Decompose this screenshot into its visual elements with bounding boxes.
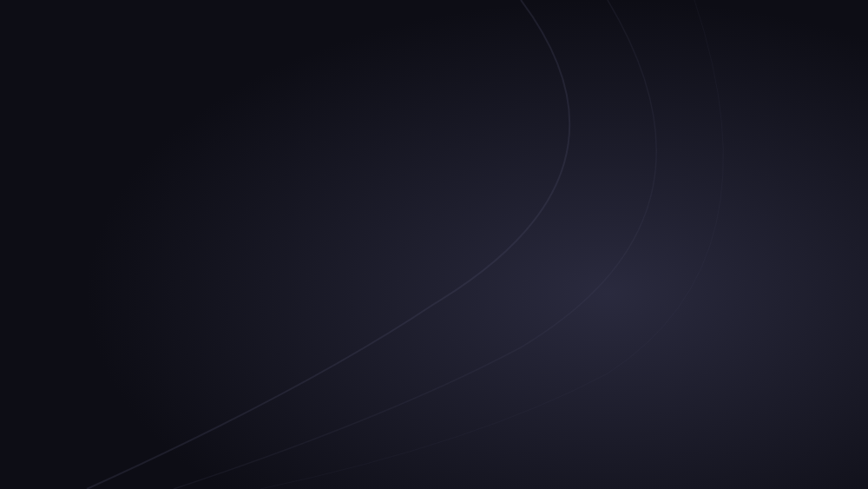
svg-text:N: N	[95, 224, 123, 267]
pppoe-icon	[566, 215, 621, 271]
mobdro-icon	[406, 82, 462, 137]
app-onlinetv[interactable]: OnlineTV	[201, 194, 348, 315]
settings-label: Settings	[732, 280, 776, 294]
netflix-icon: N	[87, 215, 142, 271]
update-label: Update	[95, 413, 134, 427]
youtube-label: YouTube	[250, 413, 298, 427]
update-icon	[87, 349, 142, 405]
svg-point-43	[594, 235, 604, 245]
app-pppoe[interactable]: PPPoE	[520, 194, 667, 315]
playstore-icon	[406, 215, 462, 271]
youtube-icon	[247, 349, 302, 405]
page-title: Applications	[0, 0, 868, 60]
onlinetv-label: OnlineTV	[249, 280, 299, 294]
onlinetv-icon	[247, 215, 302, 271]
app-update[interactable]: Update	[41, 327, 188, 449]
svg-point-19	[752, 89, 755, 92]
settings-icon	[726, 215, 781, 271]
pppoe-label: PPPoE	[574, 280, 613, 294]
app-netflix[interactable]: N Netflix	[41, 194, 188, 315]
mediacenter-label: Media Center	[238, 146, 311, 160]
mediacenter-icon	[247, 82, 302, 137]
app-music[interactable]: Music	[680, 60, 827, 182]
svg-point-52	[745, 248, 755, 259]
svg-point-50	[741, 228, 752, 238]
app-mobdro[interactable]: Mobdro	[360, 60, 508, 182]
gtplayer-icon	[87, 82, 142, 137]
app-gtplayer[interactable]: GTPlayer	[41, 60, 188, 182]
app-settings[interactable]: Settings	[680, 194, 827, 315]
svg-point-51	[755, 238, 766, 248]
svg-point-20	[771, 108, 774, 111]
app-movieplayer[interactable]: MoviePlayer	[520, 60, 667, 182]
movieplayer-icon	[566, 82, 621, 137]
app-youtube[interactable]: YouTube	[201, 327, 348, 449]
svg-point-44	[596, 238, 599, 241]
app-playstore[interactable]: Play Store	[360, 194, 508, 315]
mobdro-label: Mobdro	[413, 146, 454, 160]
music-label: Music	[738, 146, 770, 160]
apps-grid: GTPlayer Media Center	[0, 60, 868, 449]
app-mediacenter[interactable]: Media Center	[201, 60, 348, 182]
svg-point-18	[751, 107, 756, 112]
netflix-label: Netflix	[98, 280, 132, 294]
music-icon	[726, 82, 781, 137]
movieplayer-label: MoviePlayer	[560, 146, 627, 160]
playstore-label: Play Store	[406, 280, 463, 294]
gtplayer-label: GTPlayer	[89, 146, 140, 160]
svg-point-45	[600, 238, 602, 241]
